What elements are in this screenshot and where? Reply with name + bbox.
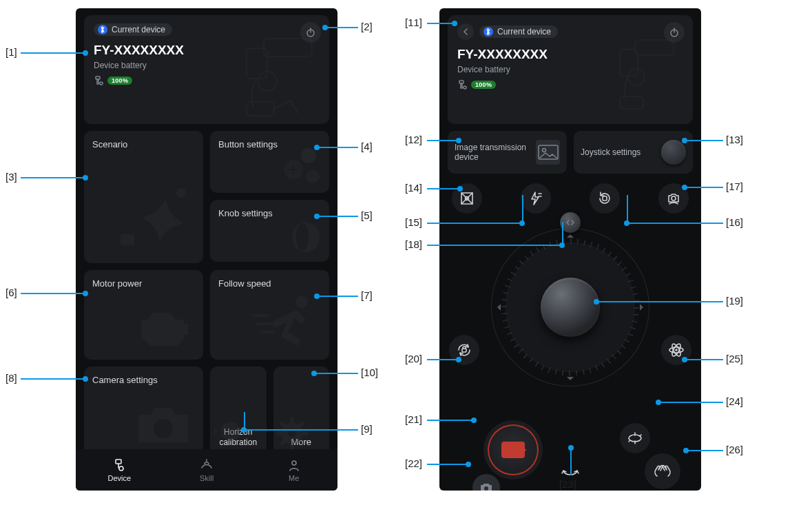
- svg-rect-42: [461, 83, 462, 88]
- callout-16: [16]: [726, 216, 743, 228]
- callout-19: [19]: [726, 295, 743, 307]
- phone-device-screen: Current device FY-XXXXXXXX Device batter…: [76, 8, 337, 491]
- current-device-pill-2[interactable]: Current device: [479, 25, 558, 38]
- spin-icon: [626, 429, 644, 447]
- svg-rect-18: [181, 324, 188, 335]
- callout-4: [4]: [361, 141, 373, 152]
- image-placeholder-icon: [536, 140, 560, 165]
- phone-control-screen: Current device FY-XXXXXXXX Device batter…: [439, 8, 701, 491]
- tile-camera-settings-label: Camera settings: [92, 375, 195, 386]
- mode-lock-button[interactable]: [449, 335, 479, 365]
- tile-button-settings[interactable]: Button settings: [210, 131, 329, 193]
- virtual-joystick-knob[interactable]: [541, 278, 600, 337]
- gesture-button[interactable]: [645, 453, 680, 489]
- arrow-left-icon: [494, 304, 501, 311]
- callout-21: [21]: [405, 413, 422, 425]
- battery-value-2: 100%: [471, 81, 496, 89]
- nav-skill-icon: [199, 458, 214, 472]
- tile-knob-settings[interactable]: Knob settings: [210, 200, 329, 262]
- svg-rect-54: [603, 196, 607, 200]
- star-icon: [115, 175, 198, 258]
- tile-follow-speed-label: Follow speed: [218, 278, 321, 289]
- current-device-label: Current device: [112, 25, 165, 34]
- svg-point-61: [484, 486, 488, 491]
- svg-rect-27: [290, 418, 294, 423]
- nav-device[interactable]: Device: [76, 449, 163, 491]
- rotate-lock-icon: [596, 190, 613, 207]
- nav-device-icon: [112, 458, 127, 472]
- photo-button[interactable]: [472, 474, 500, 491]
- svg-point-47: [628, 69, 645, 85]
- svg-point-10: [176, 188, 186, 198]
- svg-point-37: [119, 466, 123, 471]
- svg-rect-29: [275, 431, 281, 435]
- callout-25: [25]: [726, 353, 743, 364]
- runner-icon: [248, 292, 324, 354]
- svg-rect-44: [635, 40, 674, 55]
- joystick-settings-label: Joystick settings: [581, 147, 641, 157]
- svg-point-35: [288, 429, 295, 437]
- buttons-icon: [275, 146, 324, 187]
- callout-11: [11]: [405, 17, 422, 28]
- tiles-grid: Scenario Button settings Knob settings: [84, 131, 329, 456]
- arrow-right-icon: [640, 304, 647, 311]
- callout-13: [13]: [726, 134, 743, 145]
- record-button[interactable]: [488, 424, 539, 475]
- spin-button[interactable]: [620, 423, 650, 453]
- photo-icon: [479, 482, 493, 491]
- tile-joystick-settings[interactable]: Joystick settings: [574, 131, 693, 174]
- nav-me[interactable]: Me: [250, 449, 337, 491]
- camera-icon: [129, 395, 198, 451]
- arrow-down-icon: [567, 377, 574, 384]
- tile-image-transmission[interactable]: Image transmission device: [448, 131, 567, 174]
- engine-icon: [129, 299, 198, 354]
- tile-camera-settings[interactable]: Camera settings: [84, 367, 203, 456]
- atom-icon: [667, 341, 685, 359]
- callout-1: [1]: [6, 46, 17, 58]
- knob-icon: [280, 215, 324, 256]
- svg-rect-3: [97, 79, 98, 84]
- callout-26: [26]: [726, 444, 743, 455]
- device-mini-icon: [94, 76, 103, 85]
- recenter-icon: [459, 190, 475, 207]
- nav-me-icon: [287, 458, 302, 472]
- callout-7: [7]: [361, 289, 373, 301]
- svg-point-17: [296, 223, 309, 251]
- tile-motor-power[interactable]: Motor power: [84, 270, 203, 360]
- record-icon: [501, 442, 525, 458]
- device-header-card-2: Current device FY-XXXXXXXX Device batter…: [448, 15, 693, 124]
- gimbal-illustration: [198, 33, 322, 123]
- svg-rect-7: [247, 102, 274, 116]
- tile-scenario-label: Scenario: [92, 139, 195, 150]
- battery-value: 100%: [107, 76, 132, 85]
- joystick-dial[interactable]: [491, 228, 649, 387]
- quick-rotate-lock[interactable]: [590, 183, 620, 214]
- svg-rect-36: [116, 460, 121, 464]
- camera-swap-icon: [665, 190, 682, 207]
- svg-point-15: [306, 169, 320, 183]
- nav-device-label: Device: [108, 474, 132, 482]
- svg-rect-9: [121, 234, 134, 245]
- callout-5: [5]: [361, 209, 373, 221]
- joystick-knob-icon: [661, 140, 686, 165]
- nav-skill[interactable]: Skill: [163, 449, 251, 491]
- quick-flash[interactable]: [521, 183, 551, 214]
- tile-scenario[interactable]: Scenario: [84, 131, 203, 263]
- callout-2: [2]: [361, 21, 373, 32]
- svg-point-60: [675, 349, 678, 351]
- callout-12: [12]: [405, 134, 422, 145]
- svg-point-38: [292, 461, 296, 465]
- tile-more[interactable]: More: [273, 367, 330, 456]
- calibration-icon: [210, 416, 251, 451]
- svg-point-11: [301, 148, 316, 163]
- tile-horizon-calibration[interactable]: Horizon calibration: [210, 367, 267, 456]
- back-button[interactable]: [457, 23, 474, 40]
- quick-actions: [452, 183, 689, 214]
- current-device-pill[interactable]: Current device: [94, 23, 172, 36]
- callout-22: [22]: [405, 457, 422, 469]
- image-tx-label: Image transmission device: [455, 143, 529, 163]
- tile-follow-speed[interactable]: Follow speed: [210, 270, 329, 360]
- callout-23: [23]: [559, 478, 576, 490]
- callout-6: [6]: [6, 287, 17, 298]
- bluetooth-icon: [483, 27, 493, 37]
